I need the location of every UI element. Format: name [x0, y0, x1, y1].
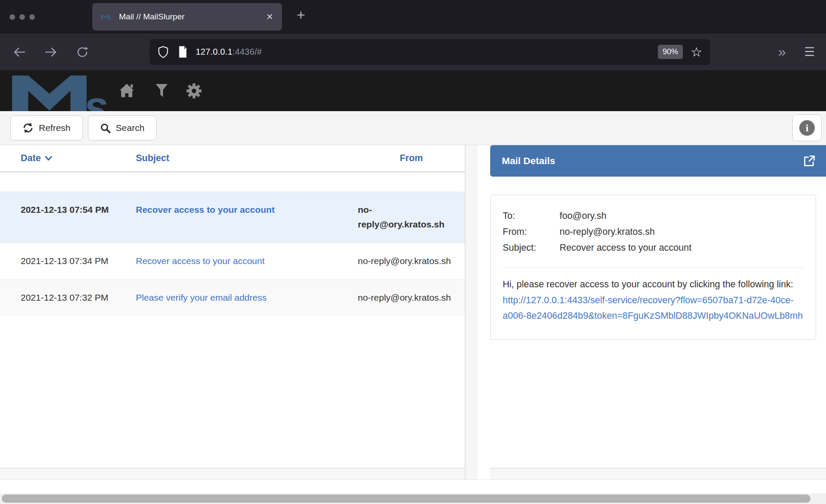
back-button[interactable]	[9, 42, 29, 62]
url-host: 127.0.0.1	[196, 47, 232, 56]
mail-details-header: Mail Details	[490, 145, 826, 177]
mail-subject-link[interactable]: Please verify your email address	[136, 292, 266, 302]
details-panel-footer	[490, 468, 826, 479]
refresh-icon	[22, 122, 34, 134]
mail-from: no-reply@ory.kratos.sh	[358, 254, 465, 268]
column-header-subject[interactable]: Subject	[136, 153, 358, 164]
mail-details-panel: Mail Details To: foo@ory.sh From: no-rep…	[478, 145, 826, 479]
detail-field-subject: Subject: Recover access to your account	[503, 240, 804, 256]
mail-list-panel: Date Subject From 2021-12-13 07:54 PM Re…	[0, 145, 466, 479]
mail-details-card: To: foo@ory.sh From: no-reply@ory.kratos…	[490, 195, 816, 340]
mail-row[interactable]: 2021-12-13 07:54 PM Recover access to yo…	[0, 192, 465, 243]
window-dot-icon	[19, 14, 25, 20]
horizontal-scrollbar-thumb[interactable]	[2, 495, 810, 503]
app-toolbar: Refresh Search i	[0, 111, 826, 145]
browser-tab[interactable]: s Mail // MailSlurper ✕	[92, 3, 282, 31]
open-external-icon[interactable]	[803, 155, 816, 168]
mail-date: 2021-12-13 07:34 PM	[0, 254, 136, 268]
mail-subject-link[interactable]: Recover access to your account	[136, 205, 275, 215]
zoom-level-badge[interactable]: 90%	[658, 45, 683, 59]
svg-text:s: s	[109, 15, 112, 20]
mail-details-title: Mail Details	[502, 156, 803, 167]
page-icon[interactable]	[178, 46, 188, 58]
mail-subject-link[interactable]: Recover access to your account	[136, 256, 265, 266]
window-controls[interactable]	[9, 14, 35, 20]
new-tab-button[interactable]: +	[297, 6, 305, 23]
card-divider	[503, 268, 804, 268]
from-label: From:	[503, 224, 560, 240]
subject-label: Subject:	[503, 240, 560, 256]
mail-date: 2021-12-13 07:32 PM	[0, 290, 136, 305]
reload-button[interactable]	[72, 42, 92, 62]
forward-button[interactable]	[41, 42, 61, 62]
url-port-path: :4436/#	[232, 47, 262, 56]
refresh-button[interactable]: Refresh	[10, 115, 83, 140]
hamburger-menu-icon[interactable]: ☰	[804, 45, 815, 59]
home-icon[interactable]	[119, 83, 135, 98]
column-header-from[interactable]: From	[358, 153, 465, 164]
refresh-label: Refresh	[39, 123, 71, 133]
search-label: Search	[116, 123, 145, 133]
detail-field-from: From: no-reply@ory.kratos.sh	[503, 224, 804, 240]
recovery-link[interactable]: http://127.0.0.1:4433/self-service/recov…	[503, 295, 803, 321]
gear-icon[interactable]	[186, 83, 202, 99]
subject-value: Recover access to your account	[560, 240, 804, 256]
panel-divider	[466, 145, 478, 479]
tab-strip: s Mail // MailSlurper ✕ +	[0, 0, 826, 34]
to-value: foo@ory.sh	[560, 208, 804, 224]
info-button[interactable]: i	[792, 115, 822, 141]
mail-row[interactable]: 2021-12-13 07:32 PM Please verify your e…	[0, 280, 465, 316]
shield-icon[interactable]	[157, 46, 169, 59]
list-panel-footer	[0, 468, 465, 479]
bookmark-star-icon[interactable]: ☆	[691, 46, 702, 59]
main-content: Date Subject From 2021-12-13 07:54 PM Re…	[0, 145, 826, 479]
detail-field-to: To: foo@ory.sh	[503, 208, 804, 224]
window-dot-icon	[29, 14, 35, 20]
date-header-label: Date	[21, 153, 41, 164]
overflow-chevrons-icon[interactable]: »	[778, 44, 785, 60]
mailslurper-logo: s	[12, 72, 120, 111]
info-icon: i	[799, 120, 815, 136]
svg-text:s: s	[84, 82, 108, 111]
tab-title: Mail // MailSlurper	[119, 12, 266, 22]
browser-navbar: 127.0.0.1:4436/# 90% ☆ » ☰	[0, 34, 826, 70]
horizontal-scrollbar[interactable]	[0, 493, 826, 504]
url-text[interactable]: 127.0.0.1:4436/#	[196, 47, 262, 57]
mail-from: no-reply@ory.kratos.sh	[358, 202, 465, 232]
filter-icon[interactable]	[155, 83, 168, 98]
tab-favicon-mailslurper-icon: s	[101, 12, 113, 21]
sort-chevron-down-icon	[45, 156, 52, 161]
browser-window: s Mail // MailSlurper ✕ + 127.0.0.	[0, 0, 826, 504]
url-bar[interactable]: 127.0.0.1:4436/# 90% ☆	[150, 39, 710, 65]
from-value: no-reply@ory.kratos.sh	[560, 224, 804, 240]
mail-list-header: Date Subject From	[0, 145, 465, 172]
search-button[interactable]: Search	[88, 115, 157, 140]
to-label: To:	[503, 208, 560, 224]
tab-close-icon[interactable]: ✕	[266, 12, 273, 22]
mail-date: 2021-12-13 07:54 PM	[0, 202, 136, 232]
mail-body: Hi, please recover access to your accoun…	[503, 277, 804, 324]
search-icon	[100, 123, 111, 134]
column-header-date[interactable]: Date	[0, 153, 136, 164]
mailslurper-header: s	[0, 70, 826, 111]
mail-from: no-reply@ory.kratos.sh	[358, 290, 465, 305]
mail-row[interactable]: 2021-12-13 07:34 PM Recover access to yo…	[0, 243, 465, 280]
window-dot-icon	[9, 14, 15, 20]
mail-body-text: Hi, please recover access to your accoun…	[503, 279, 793, 289]
bottom-band	[0, 479, 826, 493]
